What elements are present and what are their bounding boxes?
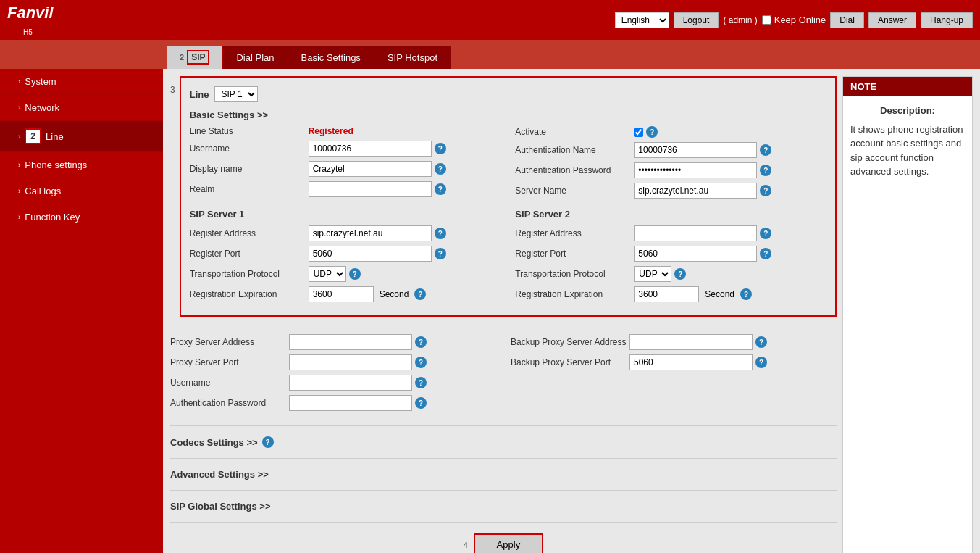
backup-proxy-port-input[interactable] bbox=[629, 354, 753, 370]
language-select[interactable]: English Chinese bbox=[615, 12, 669, 28]
header: Fanvil ——H5—— English Chinese Logout ( a… bbox=[0, 0, 980, 40]
tab-basic-settings[interactable]: Basic Settings bbox=[288, 46, 374, 69]
auth-name-info-icon[interactable]: ? bbox=[760, 144, 771, 156]
proxy-section: Proxy Server Address ? Proxy Server Port… bbox=[170, 330, 837, 420]
sidebar-item-line[interactable]: › 2 Line bbox=[0, 121, 163, 152]
tab-sip-hotspot[interactable]: SIP Hotspot bbox=[374, 46, 451, 69]
server-name-info-icon[interactable]: ? bbox=[760, 185, 771, 196]
sidebar-item-function-key[interactable]: › Function Key bbox=[0, 204, 163, 230]
reg-port1-label: Register Port bbox=[190, 249, 306, 259]
transport2-info-icon[interactable]: ? bbox=[674, 268, 686, 280]
display-name-info-icon[interactable]: ? bbox=[435, 163, 446, 175]
tab-sip-hotspot-label: SIP Hotspot bbox=[388, 52, 437, 63]
reg-port2-info-icon[interactable]: ? bbox=[760, 248, 771, 259]
apply-button[interactable]: Apply bbox=[474, 533, 544, 553]
reg-port1-info-icon[interactable]: ? bbox=[435, 248, 446, 259]
arrow-icon: › bbox=[18, 78, 20, 86]
sidebar-item-network-label: Network bbox=[25, 102, 59, 113]
advanced-heading[interactable]: Advanced Settings >> bbox=[170, 469, 269, 480]
auth-password-row: Authentication Password ? bbox=[515, 162, 826, 178]
display-name-input[interactable] bbox=[309, 161, 432, 177]
reg-expiry2-input[interactable] bbox=[634, 286, 699, 302]
tab-basic-settings-label: Basic Settings bbox=[301, 52, 361, 63]
logout-button[interactable]: Logout bbox=[674, 12, 719, 28]
auth-name-input[interactable] bbox=[634, 142, 757, 158]
sidebar-item-system-label: System bbox=[25, 76, 56, 87]
reg-expiry1-input[interactable] bbox=[309, 286, 374, 302]
activate-checkbox[interactable] bbox=[634, 128, 643, 137]
activate-info-icon[interactable]: ? bbox=[646, 126, 658, 138]
server-name-label: Server Name bbox=[515, 186, 631, 196]
codecs-info-icon[interactable]: ? bbox=[262, 436, 274, 448]
transport1-select[interactable]: UDPTCPTLS bbox=[309, 266, 346, 282]
hangup-button[interactable]: Hang-up bbox=[921, 12, 973, 28]
reg-address1-info-icon[interactable]: ? bbox=[435, 228, 446, 239]
step3-row: 3 Line SIP 1 SIP 2 SIP 3 SIP 4 bbox=[170, 76, 837, 324]
sidebar-item-function-key-label: Function Key bbox=[25, 212, 80, 223]
backup-proxy-address-row: Backup Proxy Server Address ? bbox=[511, 334, 837, 350]
reg-expiry2-row: Registration Expiration Second ? bbox=[515, 286, 826, 302]
sip-global-heading[interactable]: SIP Global Settings >> bbox=[170, 501, 270, 512]
arrow-icon: › bbox=[18, 133, 20, 141]
sidebar-item-network[interactable]: › Network bbox=[0, 95, 163, 121]
reg-address2-info-icon[interactable]: ? bbox=[760, 228, 771, 239]
reg-port2-row: Register Port ? bbox=[515, 246, 826, 262]
tab-dial-plan[interactable]: Dial Plan bbox=[223, 46, 288, 69]
transport2-select[interactable]: UDPTCPTLS bbox=[634, 266, 671, 282]
sidebar-item-call-logs[interactable]: › Call logs bbox=[0, 178, 163, 204]
basic-right-col: Activate ? Authentication Name ? bbox=[515, 126, 826, 203]
sidebar-item-phone-settings[interactable]: › Phone settings bbox=[0, 152, 163, 178]
line-select[interactable]: SIP 1 SIP 2 SIP 3 SIP 4 bbox=[214, 86, 258, 102]
keep-online-checkbox[interactable] bbox=[762, 15, 771, 25]
proxy-port-input[interactable] bbox=[289, 354, 412, 370]
note-description-title: Description: bbox=[850, 104, 965, 118]
divider2 bbox=[170, 458, 837, 459]
second2-label: Second bbox=[705, 289, 734, 299]
realm-info-icon[interactable]: ? bbox=[435, 183, 446, 195]
backup-proxy-address-info-icon[interactable]: ? bbox=[755, 336, 767, 348]
username-info-icon[interactable]: ? bbox=[435, 143, 446, 154]
divider1 bbox=[170, 425, 837, 426]
backup-proxy-address-input[interactable] bbox=[629, 334, 753, 350]
transport1-info-icon[interactable]: ? bbox=[349, 268, 361, 280]
admin-label: ( admin ) bbox=[723, 15, 757, 25]
line-selector-row: Line SIP 1 SIP 2 SIP 3 SIP 4 bbox=[190, 86, 826, 102]
realm-row: Realm ? bbox=[190, 181, 501, 197]
username-input[interactable] bbox=[309, 141, 432, 157]
reg-port1-input[interactable] bbox=[309, 246, 432, 262]
server-name-input[interactable] bbox=[634, 183, 757, 199]
reg-address2-input[interactable] bbox=[634, 225, 757, 241]
tab-sip[interactable]: 2 SIP bbox=[167, 46, 223, 69]
arrow-icon: › bbox=[18, 213, 20, 221]
proxy-address-info-icon[interactable]: ? bbox=[415, 336, 427, 348]
proxy-username-input[interactable] bbox=[289, 375, 412, 391]
reg-address1-input[interactable] bbox=[309, 225, 432, 241]
proxy-username-info-icon[interactable]: ? bbox=[415, 377, 427, 388]
arrow-icon: › bbox=[18, 104, 20, 112]
step4-badge: 4 bbox=[464, 541, 468, 549]
codecs-heading[interactable]: Codecs Settings >> bbox=[170, 437, 258, 448]
auth-password-input[interactable] bbox=[634, 162, 757, 178]
proxy-right-col: Backup Proxy Server Address ? Backup Pro… bbox=[511, 334, 837, 415]
backup-proxy-port-info-icon[interactable]: ? bbox=[755, 357, 767, 368]
auth-name-row: Authentication Name ? bbox=[515, 142, 826, 158]
realm-input[interactable] bbox=[309, 181, 432, 197]
reg-expiry2-info-icon[interactable]: ? bbox=[740, 288, 752, 300]
proxy-auth-password-info-icon[interactable]: ? bbox=[415, 397, 427, 409]
basic-settings-section: Line SIP 1 SIP 2 SIP 3 SIP 4 Basic Setti… bbox=[180, 76, 837, 317]
auth-password-info-icon[interactable]: ? bbox=[760, 165, 771, 176]
reg-port2-input[interactable] bbox=[634, 246, 757, 262]
sip-server1-heading: SIP Server 1 bbox=[190, 209, 501, 220]
answer-button[interactable]: Answer bbox=[868, 12, 916, 28]
dial-button[interactable]: Dial bbox=[830, 12, 864, 28]
keep-online-label: Keep Online bbox=[774, 14, 826, 25]
sidebar-item-system[interactable]: › System bbox=[0, 69, 163, 95]
sidebar-item-line-badge: 2 bbox=[25, 128, 41, 144]
proxy-port-info-icon[interactable]: ? bbox=[415, 357, 427, 368]
line-status-label: Line Status bbox=[190, 126, 306, 136]
proxy-address-input[interactable] bbox=[289, 334, 412, 350]
proxy-auth-password-input[interactable] bbox=[289, 395, 412, 411]
line-status-row: Line Status Registered bbox=[190, 126, 501, 136]
reg-expiry1-info-icon[interactable]: ? bbox=[414, 288, 426, 300]
sidebar-item-phone-settings-label: Phone settings bbox=[25, 159, 87, 170]
